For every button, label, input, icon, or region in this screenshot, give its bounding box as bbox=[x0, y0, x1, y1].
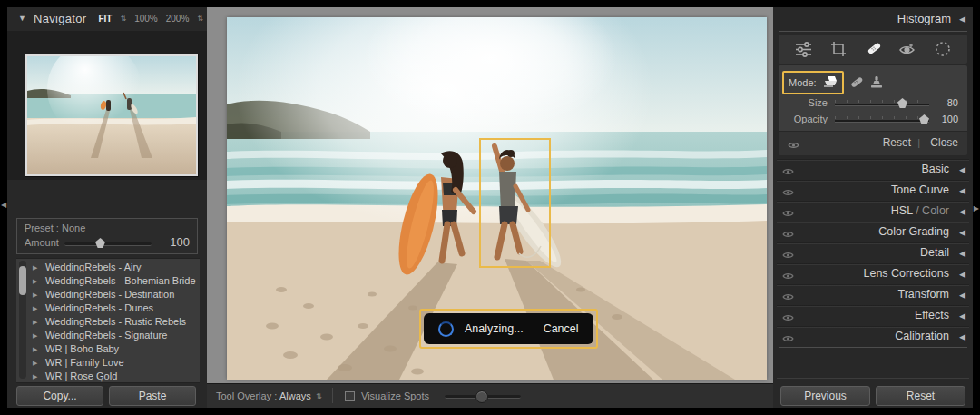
copy-button[interactable]: Copy... bbox=[16, 386, 103, 406]
footer-divider: | bbox=[917, 137, 920, 148]
adjustments-icon[interactable] bbox=[793, 39, 813, 59]
paste-button[interactable]: Paste bbox=[109, 386, 196, 406]
heal-mode-icon[interactable] bbox=[848, 74, 864, 91]
collapse-arrow-icon[interactable]: ◀ bbox=[959, 228, 965, 237]
panel-bottom-chevron-icon[interactable]: ▾ bbox=[100, 377, 103, 384]
size-value: 80 bbox=[947, 97, 958, 108]
panel-header-detail[interactable]: Detail ◀ bbox=[773, 242, 973, 262]
crop-icon[interactable] bbox=[828, 39, 848, 59]
masking-icon[interactable] bbox=[933, 39, 953, 59]
panel-header-hsl-color[interactable]: HSL / Color ◀ bbox=[773, 201, 973, 221]
eye-toggle-icon[interactable] bbox=[782, 247, 794, 263]
disclosure-triangle-icon[interactable]: ▶ bbox=[33, 346, 37, 352]
spinner-icon bbox=[438, 321, 454, 337]
navigator-header[interactable]: ▼ Navigator FIT⇅ 100% 200%⇅ bbox=[7, 7, 207, 31]
collapse-arrow-icon[interactable]: ◀ bbox=[959, 165, 965, 174]
collapse-arrow-icon[interactable]: ◀ bbox=[959, 15, 965, 24]
panel-header-transform[interactable]: Transform ◀ bbox=[773, 284, 973, 304]
eye-toggle-icon[interactable] bbox=[782, 268, 794, 284]
preset-item[interactable]: ▶WeddingRebels - Signature bbox=[16, 329, 200, 342]
amount-slider-thumb[interactable] bbox=[95, 238, 105, 248]
zoom-fit-option[interactable]: FIT bbox=[98, 14, 112, 24]
disclosure-triangle-icon[interactable]: ▶ bbox=[33, 373, 37, 380]
visualize-spots-checkbox[interactable] bbox=[345, 391, 355, 401]
preset-list: ▶WeddingRebels - Airy ▶WeddingRebels - B… bbox=[16, 258, 200, 383]
spot-tool-footer: Reset | Close bbox=[779, 131, 967, 155]
panel-header-calibration[interactable]: Calibration ◀ bbox=[773, 326, 973, 346]
panel-header-color-grading[interactable]: Color Grading ◀ bbox=[773, 222, 973, 242]
navigator-thumbnail[interactable] bbox=[25, 54, 198, 176]
eye-toggle-icon[interactable] bbox=[782, 163, 794, 180]
tool-overlay-select[interactable]: Always bbox=[279, 390, 311, 401]
disclosure-triangle-icon[interactable]: ▼ bbox=[18, 14, 26, 23]
collapse-arrow-icon[interactable]: ◀ bbox=[959, 332, 965, 341]
cancel-button[interactable]: Cancel bbox=[544, 322, 579, 335]
preset-item[interactable]: ▶WeddingRebels - Bohemian Bride bbox=[16, 274, 200, 288]
preset-item[interactable]: ▶WR | Family Love bbox=[16, 356, 200, 370]
tool-overlay-dropdown-icon[interactable]: ⇅ bbox=[316, 392, 322, 400]
eraser-mode-icon[interactable] bbox=[822, 74, 838, 92]
disclosure-triangle-icon[interactable]: ▶ bbox=[33, 332, 37, 339]
histogram-header[interactable]: Histogram ◀ bbox=[773, 9, 973, 29]
divider bbox=[777, 378, 969, 379]
collapse-arrow-icon[interactable]: ◀ bbox=[959, 186, 965, 195]
zoom-200-option[interactable]: 200% bbox=[166, 14, 190, 24]
panel-header-effects[interactable]: Effects ◀ bbox=[773, 305, 973, 325]
mode-selector-highlight: Mode: bbox=[782, 71, 844, 94]
disclosure-triangle-icon[interactable]: ▶ bbox=[33, 264, 37, 271]
eye-toggle-icon[interactable] bbox=[788, 137, 799, 153]
collapse-arrow-icon[interactable]: ◀ bbox=[959, 249, 965, 258]
disclosure-triangle-icon[interactable]: ▶ bbox=[33, 305, 37, 311]
eye-toggle-icon[interactable] bbox=[782, 331, 794, 347]
right-panel-collapse-arrow-icon[interactable]: ▶ bbox=[974, 205, 979, 212]
collapse-arrow-icon[interactable]: ◀ bbox=[959, 270, 965, 279]
preset-item[interactable]: ▶WeddingRebels - Rustic Rebels bbox=[16, 315, 200, 329]
size-slider-track[interactable] bbox=[835, 104, 929, 106]
main-work-area: Analyzing... Cancel Tool Overlay : Alway… bbox=[207, 7, 773, 408]
collapse-arrow-icon[interactable]: ◀ bbox=[959, 291, 965, 300]
panel-header-lens-corrections[interactable]: Lens Corrections ◀ bbox=[773, 263, 973, 283]
amount-label: Amount bbox=[24, 237, 59, 248]
collapse-arrow-icon[interactable]: ◀ bbox=[959, 311, 965, 321]
visualize-spots-slider-thumb[interactable] bbox=[475, 390, 488, 403]
preset-item[interactable]: ▶WeddingRebels - Dunes bbox=[16, 301, 200, 315]
size-slider-ticks bbox=[835, 100, 929, 103]
eye-toggle-icon[interactable] bbox=[782, 184, 794, 201]
left-panel-collapse-arrow-icon[interactable]: ◀ bbox=[1, 202, 6, 209]
analyzing-dialog-highlight: Analyzing... Cancel bbox=[419, 309, 598, 349]
preset-item[interactable]: ▶WR | Boho Baby bbox=[16, 342, 200, 356]
spot-removal-tool-panel: Mode: bbox=[779, 65, 967, 154]
preset-item[interactable]: ▶WR | Rose Gold bbox=[16, 370, 200, 383]
collapse-arrow-icon[interactable]: ◀ bbox=[959, 207, 965, 216]
healing-brush-icon[interactable] bbox=[863, 39, 883, 59]
disclosure-triangle-icon[interactable]: ▶ bbox=[33, 360, 37, 366]
analyzing-status-text: Analyzing... bbox=[465, 322, 524, 335]
zoom-dropdown-icon[interactable]: ⇅ bbox=[197, 15, 203, 23]
zoom-100-option[interactable]: 100% bbox=[134, 14, 158, 24]
panel-header-basic[interactable]: Basic ◀ bbox=[773, 159, 973, 179]
disclosure-triangle-icon[interactable]: ▶ bbox=[33, 278, 37, 284]
spot-close-button[interactable]: Close bbox=[930, 136, 958, 149]
spot-reset-button[interactable]: Reset bbox=[883, 136, 911, 149]
subject-selection-rectangle[interactable] bbox=[479, 138, 551, 268]
preset-item[interactable]: ▶WeddingRebels - Destination bbox=[16, 288, 200, 301]
amount-slider-track[interactable] bbox=[64, 242, 152, 246]
left-panel: ▼ Navigator FIT⇅ 100% 200%⇅ bbox=[7, 7, 207, 408]
preset-item[interactable]: ▶WeddingRebels - Airy bbox=[16, 261, 200, 274]
opacity-slider-row: Opacity 100 bbox=[779, 113, 967, 127]
reset-button[interactable]: Reset bbox=[876, 386, 965, 406]
eye-toggle-icon[interactable] bbox=[782, 226, 794, 242]
eye-toggle-icon[interactable] bbox=[782, 289, 794, 305]
analyzing-dialog: Analyzing... Cancel bbox=[424, 313, 593, 344]
eye-toggle-icon[interactable] bbox=[782, 310, 794, 326]
eye-toggle-icon[interactable] bbox=[782, 205, 794, 222]
panel-header-tone-curve[interactable]: Tone Curve ◀ bbox=[773, 180, 973, 200]
red-eye-icon[interactable] bbox=[897, 39, 917, 59]
fit-dropdown-icon[interactable]: ⇅ bbox=[120, 15, 126, 23]
disclosure-triangle-icon[interactable]: ▶ bbox=[33, 319, 37, 325]
previous-button[interactable]: Previous bbox=[780, 386, 870, 406]
opacity-slider-track[interactable] bbox=[835, 120, 929, 123]
disclosure-triangle-icon[interactable]: ▶ bbox=[33, 291, 37, 298]
histogram-title: Histogram bbox=[897, 12, 951, 25]
clone-mode-icon[interactable] bbox=[869, 74, 884, 89]
